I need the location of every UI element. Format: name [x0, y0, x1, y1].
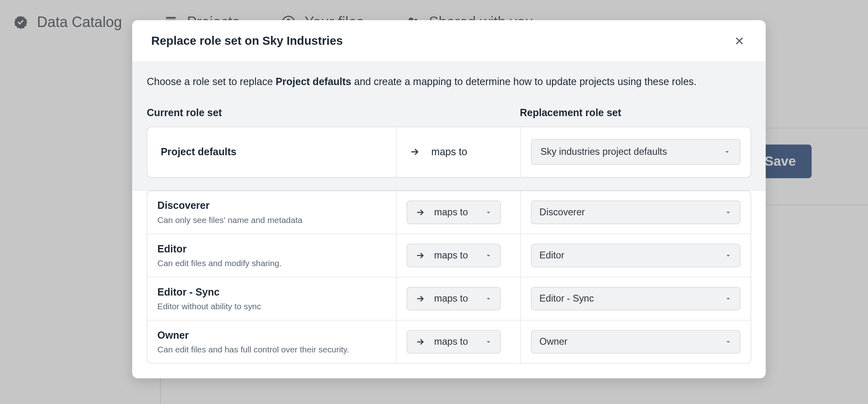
- role-description: Can edit files and has full control over…: [158, 345, 386, 354]
- table-row: Discoverer Can only see files' name and …: [147, 191, 751, 234]
- arrow-right-icon: [415, 250, 425, 260]
- role-description: Editor without ability to sync: [158, 302, 386, 311]
- replacement-role-select[interactable]: Owner: [531, 330, 741, 354]
- replacement-role-set-select[interactable]: Sky industries project defaults: [531, 139, 741, 165]
- caret-down-icon: [723, 148, 731, 156]
- select-value: Sky industries project defaults: [540, 146, 667, 158]
- role-name: Editor: [158, 243, 386, 255]
- caret-down-icon: [724, 338, 732, 346]
- select-value: maps to: [434, 207, 468, 218]
- caret-down-icon: [485, 208, 492, 216]
- replacement-role-select[interactable]: Editor - Sync: [531, 287, 741, 310]
- role-description: Can edit files and modify sharing.: [158, 258, 386, 268]
- caret-down-icon: [485, 295, 492, 302]
- caret-down-icon: [724, 208, 732, 216]
- select-value: Discoverer: [540, 207, 585, 218]
- instruction-suffix: and create a mapping to determine how to…: [351, 76, 697, 87]
- table-row: Editor - Sync Editor without ability to …: [147, 277, 751, 320]
- role-name: Discoverer: [158, 200, 386, 212]
- maps-to-text: maps to: [431, 146, 467, 158]
- replacement-role-select[interactable]: Editor: [531, 244, 741, 267]
- select-value: maps to: [434, 293, 468, 304]
- role-description: Can only see files' name and metadata: [158, 215, 386, 225]
- caret-down-icon: [724, 252, 732, 259]
- select-value: maps to: [434, 250, 468, 261]
- maps-to-label: maps to: [397, 146, 480, 158]
- select-value: Editor: [540, 250, 565, 261]
- role-name: Editor - Sync: [158, 286, 386, 298]
- caret-down-icon: [485, 338, 492, 346]
- maps-to-select[interactable]: maps to: [407, 330, 501, 354]
- role-name: Owner: [158, 329, 386, 341]
- instruction-bold: Project defaults: [276, 76, 351, 87]
- select-value: Owner: [540, 336, 568, 348]
- select-value: maps to: [434, 336, 468, 348]
- caret-down-icon: [485, 252, 492, 259]
- table-row: Owner Can edit files and has full contro…: [147, 320, 751, 363]
- arrow-right-icon: [409, 146, 420, 158]
- maps-to-select[interactable]: maps to: [407, 244, 501, 267]
- current-role-set-name: Project defaults: [147, 127, 396, 177]
- modal-title: Replace role set on Sky Industries: [151, 34, 343, 48]
- replace-role-set-modal: Replace role set on Sky Industries Choos…: [132, 20, 766, 378]
- instruction-prefix: Choose a role set to replace: [147, 76, 276, 87]
- table-row: Editor Can edit files and modify sharing…: [147, 233, 751, 277]
- role-mapping-table: Discoverer Can only see files' name and …: [147, 190, 751, 364]
- arrow-right-icon: [415, 207, 425, 217]
- maps-to-select[interactable]: maps to: [407, 200, 501, 224]
- column-header-current: Current role set: [147, 107, 395, 119]
- close-icon: [733, 35, 746, 47]
- modal-instruction: Choose a role set to replace Project def…: [147, 75, 751, 90]
- close-button[interactable]: [731, 33, 748, 50]
- arrow-right-icon: [415, 337, 425, 347]
- column-header-replacement: Replacement role set: [520, 107, 751, 119]
- replacement-role-select[interactable]: Discoverer: [531, 200, 741, 224]
- maps-to-select[interactable]: maps to: [407, 287, 501, 310]
- select-value: Editor - Sync: [540, 293, 594, 304]
- arrow-right-icon: [415, 294, 425, 304]
- caret-down-icon: [724, 295, 732, 302]
